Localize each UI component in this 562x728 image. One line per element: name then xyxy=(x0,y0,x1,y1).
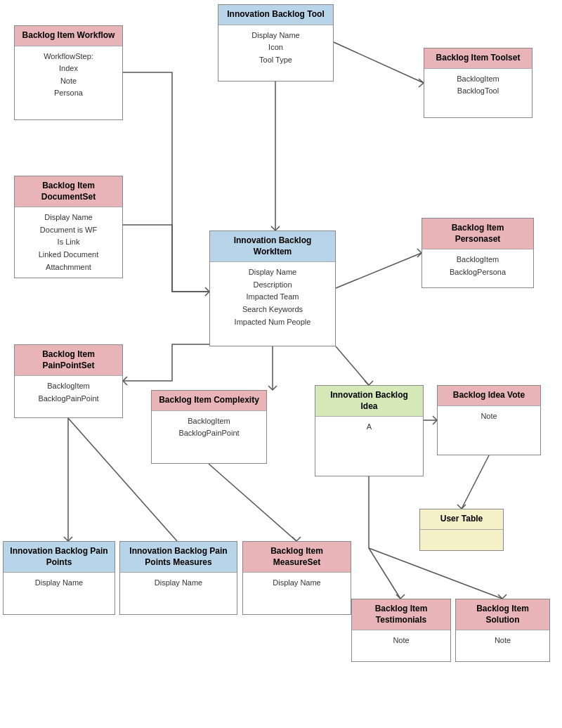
backlog-item-solution-box: Backlog Item Solution Note xyxy=(455,599,550,662)
backlog-item-toolset-body: BacklogItemBacklogTool xyxy=(424,69,532,102)
innovation-backlog-tool-header: Innovation Backlog Tool xyxy=(218,5,333,25)
backlog-item-personaset-header: Backlog Item Personaset xyxy=(422,219,533,249)
backlog-item-personaset-body: BacklogItemBacklogPersona xyxy=(422,249,533,282)
backlog-idea-vote-body: Note xyxy=(438,406,540,427)
backlog-item-toolset-box: Backlog Item Toolset BacklogItemBacklogT… xyxy=(424,48,532,118)
innovation-backlog-tool-body: Display NameIconTool Type xyxy=(218,25,333,71)
svg-line-0 xyxy=(334,42,424,83)
backlog-item-measureset-header: Backlog Item MeasureSet xyxy=(243,542,351,573)
backlog-item-complexity-body: BacklogItemBacklogPainPoint xyxy=(152,411,266,444)
innovation-backlog-idea-box: Innovation Backlog Idea A xyxy=(315,385,424,476)
backlog-item-painpointset-body: BacklogItemBacklogPainPoint xyxy=(15,376,122,409)
backlog-item-testimonials-body: Note xyxy=(352,630,450,651)
innovation-backlog-pain-points-measures-box: Innovation Backlog Pain Points Measures … xyxy=(119,541,237,615)
backlog-item-workflow-body: WorkflowStep:IndexNotePersona xyxy=(15,46,122,104)
innovation-backlog-pain-points-measures-body: Display Name xyxy=(120,573,237,594)
backlog-item-workflow-header: Backlog Item Workflow xyxy=(15,26,122,46)
diagram: Backlog Item Workflow WorkflowStep:Index… xyxy=(0,0,562,728)
user-table-box: User Table xyxy=(419,509,504,551)
backlog-item-testimonials-box: Backlog Item Testimonials Note xyxy=(351,599,451,662)
backlog-item-documentset-box: Backlog Item DocumentSet Display NameDoc… xyxy=(14,176,123,278)
innovation-backlog-pain-points-header: Innovation Backlog Pain Points xyxy=(4,542,115,573)
backlog-item-documentset-header: Backlog Item DocumentSet xyxy=(15,176,122,207)
user-table-header: User Table xyxy=(420,509,503,530)
innovation-backlog-workitem-body: Display NameDescriptionImpacted TeamSear… xyxy=(210,262,335,332)
backlog-item-solution-body: Note xyxy=(456,630,549,651)
backlog-item-measureset-body: Display Name xyxy=(243,573,351,594)
backlog-item-painpointset-header: Backlog Item PainPointSet xyxy=(15,345,122,376)
svg-line-2 xyxy=(336,253,422,288)
backlog-item-documentset-body: Display NameDocument is WFIs LinkLinked … xyxy=(15,207,122,278)
backlog-item-toolset-header: Backlog Item Toolset xyxy=(424,48,532,69)
backlog-item-solution-header: Backlog Item Solution xyxy=(456,599,549,630)
backlog-item-complexity-header: Backlog Item Complexity xyxy=(152,391,266,411)
backlog-item-testimonials-header: Backlog Item Testimonials xyxy=(352,599,450,630)
innovation-backlog-pain-points-box: Innovation Backlog Pain Points Display N… xyxy=(3,541,115,615)
user-table-body xyxy=(420,530,503,538)
innovation-backlog-pain-points-measures-header: Innovation Backlog Pain Points Measures xyxy=(120,542,237,573)
innovation-backlog-pain-points-body: Display Name xyxy=(4,573,115,594)
backlog-item-personaset-box: Backlog Item Personaset BacklogItemBackl… xyxy=(422,218,534,288)
backlog-item-workflow-box: Backlog Item Workflow WorkflowStep:Index… xyxy=(14,25,123,120)
innovation-backlog-workitem-header: Innovation Backlog WorkItem xyxy=(210,231,335,262)
innovation-backlog-tool-box: Innovation Backlog Tool Display NameIcon… xyxy=(218,4,334,82)
backlog-item-painpointset-box: Backlog Item PainPointSet BacklogItemBac… xyxy=(14,344,123,418)
innovation-backlog-idea-body: A xyxy=(315,417,423,438)
backlog-idea-vote-box: Backlog Idea Vote Note xyxy=(437,385,541,455)
innovation-backlog-workitem-box: Innovation Backlog WorkItem Display Name… xyxy=(209,230,336,346)
backlog-idea-vote-header: Backlog Idea Vote xyxy=(438,386,540,406)
innovation-backlog-idea-header: Innovation Backlog Idea xyxy=(315,386,423,417)
backlog-item-measureset-box: Backlog Item MeasureSet Display Name xyxy=(242,541,351,615)
backlog-item-complexity-box: Backlog Item Complexity BacklogItemBackl… xyxy=(151,390,267,464)
